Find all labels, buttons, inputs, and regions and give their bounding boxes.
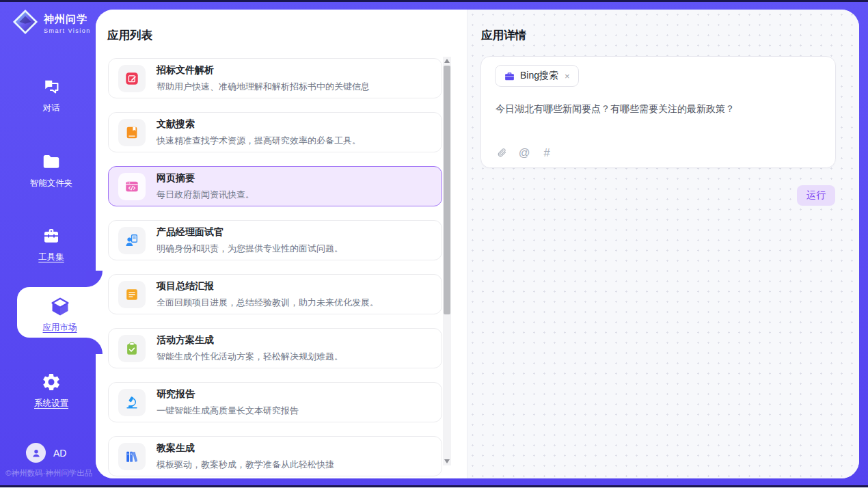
app-card-description: 智能生成个性化活动方案，轻松解决规划难题。 [157,351,343,363]
prompt-card: Bing搜索 × 今日湖北有哪些新闻要点？有哪些需要关注的最新政策？ @ # [480,56,836,168]
app-card-title: 活动方案生成 [157,334,343,347]
sidebar-item-tools[interactable]: 工具集 [0,226,103,263]
app-card-description: 一键智能生成高质量长文本研究报告 [157,405,299,417]
app-card-description: 每日政府新闻资讯快查。 [157,189,254,201]
tool-tag-bing-search[interactable]: Bing搜索 × [495,65,579,87]
copyright-text: ©神州数码·神州问学出品 [5,468,92,478]
chat-icon [41,77,62,97]
scrollbar-up-arrow-icon[interactable] [443,57,451,65]
app-card[interactable]: 文献搜索快速精准查找学术资源，提高研究效率的必备工具。 [108,112,442,152]
book-icon [118,119,146,146]
sidebar-item-label: 应用市场 [17,322,103,334]
sidebar-item-market[interactable]: 应用市场 [17,287,103,338]
cube-icon [49,296,71,318]
app-card-title: 文献搜索 [157,118,361,131]
tool-tag-close-icon[interactable]: × [565,71,570,81]
brand-name: 神州问学 [44,13,91,26]
folder-icon [41,152,62,172]
attachment-icon[interactable] [496,146,508,159]
brand-subtitle: Smart Vision [44,27,91,34]
app-card-title: 招标文件解析 [157,64,370,77]
interviewer-icon [118,227,146,254]
app-card-description: 帮助用户快速、准确地理解和解析招标书中的关键信息 [157,81,370,93]
sidebar-item-settings[interactable]: 系统设置 [0,372,103,409]
app-list-title: 应用列表 [107,28,152,43]
app-card-list: 招标文件解析帮助用户快速、准确地理解和解析招标书中的关键信息文献搜索快速精准查找… [108,58,442,478]
prompt-toolbar: @ # [496,146,553,159]
app-card-title: 产品经理面试官 [157,226,343,239]
app-card-title: 研究报告 [157,388,299,401]
window-top-edge [0,0,868,2]
scrollbar-down-arrow-icon[interactable] [443,457,451,465]
user-row[interactable]: AD [26,443,66,463]
sidebar-item-label: 系统设置 [0,398,103,409]
app-card[interactable]: 网页摘要每日政府新闻资讯快查。 [108,166,442,206]
user-avatar-icon [26,443,46,463]
books-icon [118,443,146,470]
main-content: 应用列表 招标文件解析帮助用户快速、准确地理解和解析招标书中的关键信息文献搜索快… [96,10,859,478]
gear-icon [41,372,62,392]
sidebar: 神州问学 Smart Vision 对话智能文件夹工具集应用市场系统设置 AD … [0,0,103,488]
tool-tag-label: Bing搜索 [520,70,558,82]
app-card[interactable]: 项目总结汇报全面回顾项目进展，总结经验教训，助力未来优化发展。 [108,274,442,314]
hash-icon[interactable]: # [541,146,553,159]
list-scrollbar[interactable] [443,57,451,465]
app-card[interactable]: 活动方案生成智能生成个性化活动方案，轻松解决规划难题。 [108,328,442,368]
app-card-description: 快速精准查找学术资源，提高研究效率的必备工具。 [157,135,361,147]
clipboard-check-icon [118,335,146,362]
active-tab-top-curve [86,271,103,287]
app-card[interactable]: 教案生成模板驱动，教案秒成，教学准备从此轻松快捷 [108,436,442,476]
user-name: AD [53,448,66,459]
briefcase-icon [504,70,515,82]
brand-logo: 神州问学 Smart Vision [12,9,91,38]
app-card-title: 网页摘要 [157,172,254,185]
app-card-description: 明确身份和职责，为您提供专业性的面试问题。 [157,243,343,255]
app-list-panel: 应用列表 招标文件解析帮助用户快速、准确地理解和解析招标书中的关键信息文献搜索快… [96,10,467,478]
sidebar-item-label: 工具集 [0,252,103,263]
app-detail-panel: 应用详情 Bing搜索 × 今日湖北有哪些新闻要点？有哪些需要关注的最新政策？ … [467,10,859,478]
toolbox-icon [41,226,62,246]
app-detail-title: 应用详情 [481,28,526,43]
prompt-text-input[interactable]: 今日湖北有哪些新闻要点？有哪些需要关注的最新政策？ [496,102,822,116]
app-card[interactable]: 产品经理面试官明确身份和职责，为您提供专业性的面试问题。 [108,220,442,260]
scrollbar-thumb[interactable] [444,66,450,314]
app-card[interactable]: 招标文件解析帮助用户快速、准确地理解和解析招标书中的关键信息 [108,58,442,98]
app-card-title: 教案生成 [157,442,334,455]
active-tab-bottom-curve [86,338,103,354]
microscope-icon [118,389,146,416]
mention-icon[interactable]: @ [518,146,530,159]
sidebar-item-label: 智能文件夹 [0,178,103,189]
app-card-description: 模板驱动，教案秒成，教学准备从此轻松快捷 [157,459,334,471]
app-market-page: { "brand": { "name": "神州问学", "subtitle":… [0,0,868,488]
app-card-title: 项目总结汇报 [157,280,379,293]
app-card[interactable]: 研究报告一键智能生成高质量长文本研究报告 [108,382,442,422]
sidebar-item-chat[interactable]: 对话 [0,77,103,114]
edit-document-icon [118,65,146,92]
run-button[interactable]: 运行 [797,185,835,206]
sidebar-item-folders[interactable]: 智能文件夹 [0,152,103,189]
app-card-description: 全面回顾项目进展，总结经验教训，助力未来优化发展。 [157,297,379,309]
note-icon [118,281,146,308]
sidebar-item-label: 对话 [0,103,103,114]
diamond-logo-icon [12,9,38,38]
browser-code-icon [118,173,146,200]
